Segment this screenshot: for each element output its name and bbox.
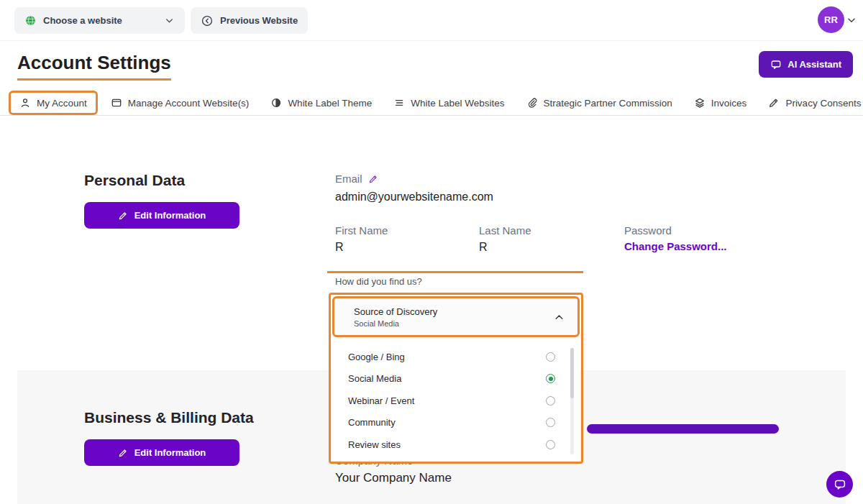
edit-personal-information-button[interactable]: Edit Information: [84, 202, 239, 229]
account-settings-page: Choose a website Previous Website RR Acc…: [0, 0, 863, 504]
contrast-icon: [270, 97, 282, 109]
email-label: Email: [335, 173, 362, 185]
source-of-discovery-label: Source of Discovery: [354, 306, 437, 317]
globe-icon: [24, 14, 37, 27]
previous-website-button[interactable]: Previous Website: [191, 7, 308, 34]
back-arrow-icon: [201, 14, 214, 27]
tab-my-account[interactable]: My Account: [9, 91, 98, 115]
tab-white-label-websites[interactable]: White Label Websites: [393, 97, 504, 109]
chevron-down-icon: [846, 14, 857, 26]
edit-business-information-label: Edit Information: [134, 447, 206, 458]
how-did-you-find-us-label: How did you find us?: [335, 276, 422, 287]
radio-icon[interactable]: [546, 374, 555, 383]
password-label: Password: [624, 224, 672, 237]
list-icon: [393, 97, 405, 109]
discovery-dropdown-highlight: Source of Discovery Social Media Google …: [329, 293, 583, 464]
source-of-discovery-select[interactable]: Source of Discovery Social Media: [332, 296, 580, 337]
radio-icon[interactable]: [546, 418, 555, 427]
discovery-options-list: Google / Bing Social Media Webinar / Eve…: [332, 344, 580, 462]
change-password-link[interactable]: Change Password...: [624, 240, 727, 252]
company-name-value: Your Company Name: [335, 471, 452, 485]
tab-label: Privacy Consents: [785, 98, 861, 109]
pencil-icon: [118, 211, 128, 221]
option-review-sites[interactable]: Review sites: [332, 434, 580, 456]
tab-label: White Label Theme: [288, 98, 372, 109]
tab-strategic-partner-commission[interactable]: Strategic Partner Commission: [526, 97, 672, 109]
dropdown-scrollbar[interactable]: [570, 348, 574, 454]
chat-icon: [770, 59, 782, 70]
previous-website-label: Previous Website: [220, 15, 298, 26]
tab-privacy-consents[interactable]: Privacy Consents: [768, 97, 861, 109]
option-label: Google / Bing: [348, 352, 546, 362]
highlight-line: [327, 271, 583, 273]
ai-assistant-button[interactable]: AI Assistant: [759, 51, 853, 78]
tab-invoices[interactable]: Invoices: [694, 97, 747, 109]
pencil-icon: [768, 97, 780, 109]
option-social-media[interactable]: Social Media: [332, 368, 580, 390]
tab-white-label-theme[interactable]: White Label Theme: [270, 97, 372, 109]
option-google-bing[interactable]: Google / Bing: [332, 346, 580, 368]
tab-label: Strategic Partner Commission: [544, 98, 672, 109]
option-label: Community: [348, 417, 546, 428]
edit-personal-information-label: Edit Information: [134, 210, 206, 221]
pencil-icon: [118, 448, 128, 458]
tab-manage-account-websites[interactable]: Manage Account Website(s): [111, 97, 250, 109]
radio-icon[interactable]: [546, 352, 555, 362]
first-name-value: R: [335, 241, 344, 254]
chat-widget-button[interactable]: [826, 471, 853, 498]
last-name-label: Last Name: [479, 224, 531, 237]
selected-value: Social Media: [354, 319, 437, 328]
paperclip-icon: [526, 97, 538, 109]
option-label: Social Media: [348, 373, 546, 384]
settings-tabs: My Account Manage Account Website(s) Whi…: [17, 93, 861, 112]
chevron-down-icon: [164, 15, 175, 26]
email-value: admin@yourwebsitename.com: [335, 191, 493, 203]
business-billing-title: Business & Billing Data: [84, 409, 254, 426]
pencil-icon[interactable]: [368, 174, 378, 184]
purple-highlight-bar: [587, 424, 779, 434]
personal-data-title: Personal Data: [84, 172, 185, 189]
tab-label: Invoices: [711, 98, 747, 109]
layers-icon: [694, 97, 706, 109]
edit-business-information-button[interactable]: Edit Information: [84, 439, 239, 466]
tabs-divider: [0, 115, 863, 116]
ai-assistant-label: AI Assistant: [787, 59, 841, 70]
option-webinar-event[interactable]: Webinar / Event: [332, 390, 580, 412]
email-field: Email: [335, 173, 378, 185]
tab-label: Manage Account Website(s): [128, 98, 250, 109]
chat-icon: [834, 478, 846, 491]
select-text: Source of Discovery Social Media: [334, 306, 437, 328]
first-name-label: First Name: [335, 224, 388, 237]
user-menu[interactable]: RR: [818, 6, 857, 33]
scrollbar-thumb[interactable]: [570, 348, 574, 398]
radio-icon[interactable]: [546, 396, 555, 406]
topbar: Choose a website Previous Website RR: [0, 0, 863, 40]
tab-label: My Account: [37, 98, 87, 109]
last-name-value: R: [479, 241, 488, 254]
window-icon: [111, 97, 122, 109]
chevron-up-icon: [553, 311, 565, 324]
avatar[interactable]: RR: [818, 6, 844, 33]
choose-website-label: Choose a website: [43, 15, 122, 26]
tab-label: White Label Websites: [411, 98, 504, 109]
choose-website-dropdown[interactable]: Choose a website: [14, 7, 185, 34]
radio-icon[interactable]: [546, 440, 555, 449]
option-community[interactable]: Community: [332, 412, 580, 434]
page-title: Account Settings: [17, 52, 171, 81]
option-label: Webinar / Event: [348, 395, 546, 406]
user-icon: [19, 97, 31, 109]
option-label: Review sites: [348, 439, 546, 450]
